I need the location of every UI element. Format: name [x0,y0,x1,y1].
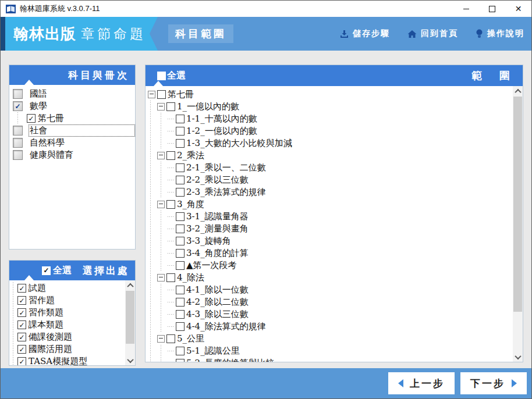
source-checkbox[interactable] [17,296,26,305]
collapse-expander-icon[interactable] [157,201,165,208]
volume-checkbox[interactable] [27,114,36,123]
subject-checkbox[interactable] [13,150,23,160]
subject-checkbox[interactable] [13,126,23,136]
source-row[interactable]: 備課後測題 [9,331,125,343]
tree-row[interactable]: 1-3_大數的大小比較與加減 [147,137,513,149]
sources-select-all-checkbox[interactable] [42,266,51,275]
collapse-expander-icon[interactable] [148,91,155,98]
save-steps-button[interactable]: 儲存步驟 [340,28,390,39]
scroll-up-icon[interactable] [125,280,135,290]
chapter-checkbox[interactable] [176,176,185,184]
sources-scrollbar[interactable] [125,280,135,365]
collapse-expander-icon[interactable] [157,103,165,111]
tree-row[interactable]: 5_公里 [147,333,513,345]
chapter-checkbox[interactable] [166,102,175,111]
chapter-checkbox[interactable] [157,90,166,99]
subject-checkbox[interactable] [13,101,23,111]
scroll-down-icon[interactable] [513,352,523,362]
tree-guide [168,174,176,186]
scroll-down-icon[interactable] [125,355,135,365]
chapter-checkbox[interactable] [176,188,185,197]
tree-row[interactable]: 2-2_乘以三位數 [147,174,513,186]
next-step-button[interactable]: 下一步 [460,372,527,394]
collapse-expander-icon[interactable] [157,152,165,159]
source-checkbox[interactable] [17,345,26,354]
tree-indent [147,101,157,113]
source-row[interactable]: 習作題 [9,294,125,307]
source-checkbox[interactable] [17,284,26,293]
previous-step-button[interactable]: 上一步 [388,372,455,394]
tree-row[interactable]: 3-2_測量與畫角 [147,223,513,235]
subject-row[interactable]: 社會 [9,124,135,137]
help-button[interactable]: 操作說明 [476,28,524,39]
chapter-checkbox[interactable] [176,115,185,123]
chapter-checkbox[interactable] [176,249,185,258]
source-row[interactable]: 課本類題 [9,319,125,331]
chapter-checkbox[interactable] [176,359,185,362]
chapter-checkbox[interactable] [176,261,185,270]
tree-row[interactable]: 4_除法 [147,272,513,284]
subject-checkbox[interactable] [13,89,23,99]
tree-row[interactable]: 3-3_旋轉角 [147,235,513,247]
scope-select-all-checkbox[interactable] [157,72,166,80]
chapter-checkbox[interactable] [176,298,185,307]
tree-row[interactable]: 4-1_除以一位數 [147,284,513,296]
scroll-up-icon[interactable] [513,86,523,96]
tree-row[interactable]: 4-2_除以二位數 [147,296,513,308]
tree-row[interactable]: 3_角度 [147,198,513,211]
tree-row[interactable]: 2-3_乘法算式的規律 [147,186,513,198]
chapter-checkbox[interactable] [176,310,185,319]
chapter-checkbox[interactable] [166,200,175,209]
source-row[interactable]: TASA模擬題型 [9,355,125,365]
tree-row[interactable]: 1_一億以內的數 [147,101,513,113]
subject-row[interactable]: 數學 [9,100,135,112]
source-row[interactable]: 試題 [9,282,125,294]
maximize-button[interactable] [479,1,505,17]
tree-row[interactable]: 2-1_乘以一、二位數 [147,162,513,174]
subject-row[interactable]: 自然科學 [9,137,135,149]
chapter-checkbox[interactable] [176,286,185,294]
chapter-checkbox[interactable] [176,139,185,148]
source-checkbox[interactable] [17,333,26,341]
tree-row[interactable]: 1-2_一億以內的數 [147,125,513,137]
home-button[interactable]: 回到首頁 [407,28,458,39]
source-checkbox[interactable] [17,320,26,329]
chapter-checkbox[interactable] [176,322,185,331]
chapter-checkbox[interactable] [176,127,185,136]
tree-row[interactable]: 3-1_認識量角器 [147,211,513,223]
source-row[interactable]: 習作類題 [9,307,125,319]
tree-row[interactable]: ▲第一次段考 [147,259,513,272]
tree-row[interactable]: 3-4_角度的計算 [147,247,513,259]
chapter-checkbox[interactable] [176,225,185,233]
source-checkbox[interactable] [17,357,26,365]
subject-row[interactable]: 第七冊 [9,112,135,124]
chapter-checkbox[interactable] [166,151,175,160]
chapter-checkbox[interactable] [176,212,185,221]
close-button[interactable]: ✕ [505,1,531,17]
chapter-checkbox[interactable] [176,163,185,172]
scope-scrollbar[interactable] [513,86,523,362]
subject-checkbox[interactable] [13,138,23,148]
collapse-expander-icon[interactable] [157,335,165,343]
source-row[interactable]: 國際活用題 [9,343,125,355]
collapse-expander-icon[interactable] [157,274,165,282]
chapter-checkbox[interactable] [176,237,185,245]
scrollbar-thumb[interactable] [513,97,522,312]
subject-row[interactable]: 健康與體育 [9,149,135,161]
help-icon [476,29,483,38]
tree-row[interactable]: 2_乘法 [147,149,513,162]
tree-row[interactable]: 第七冊 [147,88,513,101]
chapter-checkbox[interactable] [166,273,175,282]
scrollbar-thumb[interactable] [126,291,134,344]
subject-row[interactable]: 國語 [9,88,135,100]
sources-select-all-label: 全選 [53,265,72,277]
tree-row[interactable]: 4-4_除法算式的規律 [147,320,513,333]
tree-row[interactable]: 1-1_十萬以內的數 [147,113,513,125]
chapter-checkbox[interactable] [176,347,185,355]
chapter-checkbox[interactable] [166,334,175,343]
tree-row[interactable]: 4-3_除以三位數 [147,308,513,320]
tree-row[interactable]: 5-1_認識公里 [147,345,513,357]
tree-row[interactable]: 5-2_長度的換算與比較 [147,357,513,362]
source-checkbox[interactable] [17,308,26,317]
minimize-button[interactable] [453,1,479,17]
